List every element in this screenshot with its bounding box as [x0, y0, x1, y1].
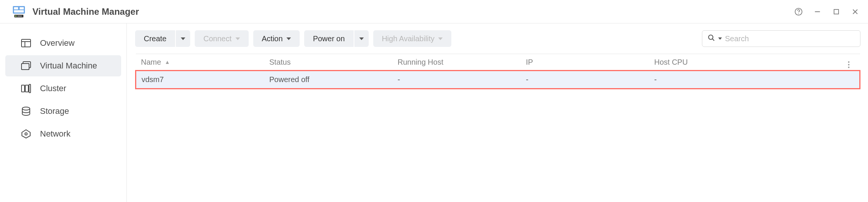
- dashboard-icon: [20, 38, 32, 48]
- svg-rect-19: [22, 85, 25, 92]
- table-header-row: Name ▲ Status Running Host IP Host CPU: [136, 54, 860, 71]
- column-header-host-cpu[interactable]: Host CPU: [649, 54, 843, 71]
- column-header-ip[interactable]: IP: [521, 54, 649, 71]
- svg-point-22: [22, 107, 30, 110]
- svg-rect-5: [15, 16, 17, 17]
- sidebar-item-cluster[interactable]: Cluster: [5, 78, 121, 99]
- action-button[interactable]: Action: [253, 30, 300, 47]
- column-header-status[interactable]: Status: [264, 54, 392, 71]
- sidebar-item-storage[interactable]: Storage: [5, 101, 121, 122]
- cell-running-host: -: [392, 71, 521, 89]
- create-button[interactable]: Create: [135, 30, 175, 47]
- sidebar-item-label: Virtual Machine: [40, 61, 97, 71]
- storage-icon: [20, 106, 32, 116]
- table-row[interactable]: vdsm7 Powered off - - -: [136, 71, 860, 89]
- svg-rect-13: [22, 39, 31, 47]
- svg-rect-10: [834, 9, 839, 14]
- column-header-label: Host CPU: [654, 58, 688, 66]
- sidebar-item-virtual-machine[interactable]: Virtual Machine: [5, 55, 121, 76]
- sidebar: Overview Virtual Machine Cluster Storage: [0, 23, 127, 202]
- vm-icon: [20, 61, 32, 71]
- sidebar-item-label: Network: [40, 129, 71, 139]
- maximize-button[interactable]: [830, 6, 842, 18]
- cluster-icon: [20, 84, 32, 93]
- help-button[interactable]: [793, 6, 805, 18]
- search-filter-caret-icon[interactable]: [718, 37, 722, 40]
- column-header-label: Status: [269, 58, 291, 66]
- highlighted-selection: vdsm7 Powered off - - -: [136, 71, 860, 89]
- caret-down-icon: [235, 37, 240, 40]
- app-title: Virtual Machine Manager: [32, 6, 793, 17]
- sort-asc-icon: ▲: [165, 59, 170, 65]
- sidebar-item-network[interactable]: Network: [5, 123, 121, 145]
- connect-label: Connect: [203, 34, 232, 43]
- main-panel: Create Connect Action Power on High Avai…: [127, 23, 868, 202]
- vmm-window: Virtual Machine Manager Overview: [0, 0, 868, 202]
- caret-down-icon: [181, 37, 185, 40]
- column-header-label: IP: [526, 58, 533, 66]
- column-header-more[interactable]: [843, 54, 860, 71]
- svg-rect-20: [25, 85, 28, 92]
- svg-rect-17: [22, 64, 29, 70]
- window-body: Overview Virtual Machine Cluster Storage: [0, 23, 868, 202]
- sidebar-item-label: Overview: [40, 38, 75, 48]
- cell-host-cpu: -: [649, 71, 843, 89]
- svg-point-23: [25, 133, 27, 135]
- create-dropdown-button[interactable]: [176, 30, 190, 47]
- svg-point-24: [709, 35, 713, 40]
- column-header-label: Name: [141, 58, 161, 66]
- cell-more: [843, 71, 860, 89]
- ha-label: High Availability: [382, 34, 435, 43]
- svg-rect-21: [29, 84, 31, 93]
- caret-down-icon: [438, 37, 443, 40]
- cell-name: vdsm7: [136, 71, 264, 89]
- svg-line-25: [713, 39, 714, 41]
- window-controls: [793, 6, 861, 18]
- search-icon: [708, 34, 715, 43]
- close-button[interactable]: [849, 6, 861, 18]
- caret-down-icon: [359, 37, 364, 40]
- power-on-dropdown-button[interactable]: [354, 30, 369, 47]
- connect-button[interactable]: Connect: [195, 30, 249, 47]
- action-label: Action: [262, 34, 283, 43]
- svg-rect-3: [14, 10, 24, 12]
- cell-status: Powered off: [264, 71, 392, 89]
- cell-ip: -: [521, 71, 649, 89]
- poweron-button-group: Power on: [304, 30, 369, 47]
- minimize-button[interactable]: [811, 6, 823, 18]
- sidebar-item-overview[interactable]: Overview: [5, 33, 121, 54]
- app-icon: [12, 5, 26, 19]
- sidebar-item-label: Storage: [40, 106, 69, 116]
- search-box[interactable]: [702, 30, 860, 47]
- search-input[interactable]: [725, 34, 855, 43]
- high-availability-button[interactable]: High Availability: [373, 30, 452, 47]
- column-header-name[interactable]: Name ▲: [136, 54, 264, 71]
- svg-rect-1: [14, 7, 18, 9]
- vm-table: Name ▲ Status Running Host IP Host CPU: [135, 54, 860, 89]
- titlebar: Virtual Machine Manager: [0, 0, 868, 23]
- network-icon: [20, 129, 32, 139]
- sidebar-item-label: Cluster: [40, 84, 66, 93]
- svg-rect-6: [17, 16, 22, 17]
- column-header-label: Running Host: [398, 58, 443, 66]
- column-header-running-host[interactable]: Running Host: [392, 54, 521, 71]
- svg-rect-2: [20, 7, 24, 9]
- svg-point-8: [798, 13, 799, 14]
- caret-down-icon: [286, 37, 291, 40]
- create-button-group: Create: [135, 30, 190, 47]
- toolbar: Create Connect Action Power on High Avai…: [135, 30, 860, 47]
- more-icon: [848, 61, 850, 68]
- power-on-button[interactable]: Power on: [304, 30, 354, 47]
